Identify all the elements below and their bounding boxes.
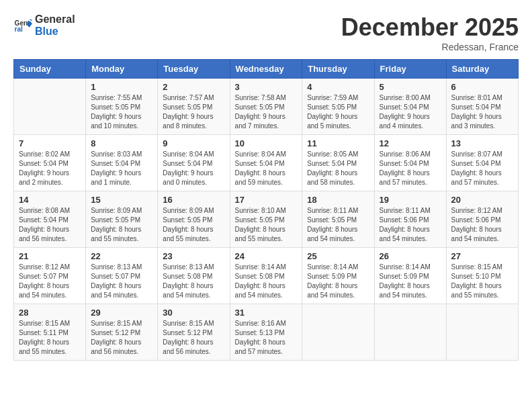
calendar-cell: 7Sunrise: 8:02 AM Sunset: 5:04 PM Daylig… <box>14 135 86 191</box>
calendar-cell: 11Sunrise: 8:05 AM Sunset: 5:04 PM Dayli… <box>302 135 374 191</box>
day-info: Sunrise: 8:03 AM Sunset: 5:04 PM Dayligh… <box>91 150 152 187</box>
calendar-cell: 31Sunrise: 8:16 AM Sunset: 5:13 PM Dayli… <box>230 304 302 361</box>
day-info: Sunrise: 8:15 AM Sunset: 5:12 PM Dayligh… <box>163 319 224 357</box>
day-number: 18 <box>307 195 369 205</box>
calendar-cell: 19Sunrise: 8:11 AM Sunset: 5:06 PM Dayli… <box>374 191 446 248</box>
day-info: Sunrise: 8:15 AM Sunset: 5:10 PM Dayligh… <box>451 263 513 300</box>
day-info: Sunrise: 8:04 AM Sunset: 5:04 PM Dayligh… <box>163 150 224 187</box>
calendar-cell: 29Sunrise: 8:15 AM Sunset: 5:12 PM Dayli… <box>86 304 158 361</box>
calendar-cell: 28Sunrise: 8:15 AM Sunset: 5:11 PM Dayli… <box>14 304 86 361</box>
day-number: 8 <box>91 138 152 148</box>
day-info: Sunrise: 8:09 AM Sunset: 5:05 PM Dayligh… <box>163 206 224 244</box>
calendar-cell <box>446 304 518 361</box>
svg-text:ral: ral <box>15 26 24 33</box>
day-number: 21 <box>19 251 81 261</box>
column-header-friday: Friday <box>374 60 446 79</box>
day-number: 23 <box>163 251 224 261</box>
day-info: Sunrise: 8:01 AM Sunset: 5:04 PM Dayligh… <box>451 93 513 131</box>
day-number: 28 <box>19 308 81 318</box>
day-info: Sunrise: 8:07 AM Sunset: 5:04 PM Dayligh… <box>451 150 513 187</box>
day-info: Sunrise: 8:13 AM Sunset: 5:08 PM Dayligh… <box>163 263 224 300</box>
day-number: 27 <box>451 251 513 261</box>
day-number: 13 <box>451 138 513 148</box>
day-info: Sunrise: 7:57 AM Sunset: 5:05 PM Dayligh… <box>163 93 224 131</box>
day-info: Sunrise: 7:58 AM Sunset: 5:05 PM Dayligh… <box>235 93 298 131</box>
calendar-cell: 27Sunrise: 8:15 AM Sunset: 5:10 PM Dayli… <box>446 248 518 304</box>
calendar-cell: 17Sunrise: 8:10 AM Sunset: 5:05 PM Dayli… <box>230 191 302 248</box>
day-info: Sunrise: 8:15 AM Sunset: 5:12 PM Dayligh… <box>91 319 152 357</box>
title-area: December 2025 Redessan, France <box>341 13 519 52</box>
calendar-week-row: 1Sunrise: 7:55 AM Sunset: 5:05 PM Daylig… <box>14 79 519 135</box>
day-number: 7 <box>19 138 81 148</box>
day-number: 6 <box>451 82 513 92</box>
day-number: 10 <box>235 138 298 148</box>
logo-line2: Blue <box>35 26 75 38</box>
logo-line1: General <box>35 13 75 26</box>
calendar-cell: 16Sunrise: 8:09 AM Sunset: 5:05 PM Dayli… <box>158 191 230 248</box>
day-number: 30 <box>163 308 224 318</box>
calendar-table: SundayMondayTuesdayWednesdayThursdayFrid… <box>13 59 519 361</box>
calendar-cell <box>374 304 446 361</box>
calendar-week-row: 28Sunrise: 8:15 AM Sunset: 5:11 PM Dayli… <box>14 304 519 361</box>
calendar-cell: 5Sunrise: 8:00 AM Sunset: 5:04 PM Daylig… <box>374 79 446 135</box>
calendar-cell: 23Sunrise: 8:13 AM Sunset: 5:08 PM Dayli… <box>158 248 230 304</box>
day-number: 5 <box>380 82 441 92</box>
day-info: Sunrise: 8:14 AM Sunset: 5:09 PM Dayligh… <box>380 263 441 300</box>
day-info: Sunrise: 8:06 AM Sunset: 5:04 PM Dayligh… <box>380 150 441 187</box>
day-number: 1 <box>91 82 152 92</box>
day-number: 17 <box>235 195 298 205</box>
day-info: Sunrise: 8:11 AM Sunset: 5:05 PM Dayligh… <box>307 206 369 244</box>
day-info: Sunrise: 7:59 AM Sunset: 5:05 PM Dayligh… <box>307 93 369 131</box>
calendar-cell: 2Sunrise: 7:57 AM Sunset: 5:05 PM Daylig… <box>158 79 230 135</box>
day-number: 31 <box>235 308 298 318</box>
day-number: 2 <box>163 82 224 92</box>
calendar-body: 1Sunrise: 7:55 AM Sunset: 5:05 PM Daylig… <box>14 79 519 361</box>
day-number: 19 <box>380 195 441 205</box>
location-subtitle: Redessan, France <box>341 42 519 52</box>
column-header-saturday: Saturday <box>446 60 518 79</box>
calendar-cell: 3Sunrise: 7:58 AM Sunset: 5:05 PM Daylig… <box>230 79 302 135</box>
day-info: Sunrise: 8:12 AM Sunset: 5:06 PM Dayligh… <box>451 206 513 244</box>
calendar-cell <box>302 304 374 361</box>
day-info: Sunrise: 8:14 AM Sunset: 5:09 PM Dayligh… <box>307 263 369 300</box>
day-number: 24 <box>235 251 298 261</box>
day-info: Sunrise: 8:04 AM Sunset: 5:04 PM Dayligh… <box>235 150 298 187</box>
calendar-cell: 10Sunrise: 8:04 AM Sunset: 5:04 PM Dayli… <box>230 135 302 191</box>
calendar-cell: 21Sunrise: 8:12 AM Sunset: 5:07 PM Dayli… <box>14 248 86 304</box>
day-info: Sunrise: 8:16 AM Sunset: 5:13 PM Dayligh… <box>235 319 298 357</box>
day-number: 4 <box>307 82 369 92</box>
calendar-cell: 20Sunrise: 8:12 AM Sunset: 5:06 PM Dayli… <box>446 191 518 248</box>
calendar-cell: 18Sunrise: 8:11 AM Sunset: 5:05 PM Dayli… <box>302 191 374 248</box>
day-number: 20 <box>451 195 513 205</box>
calendar-cell: 6Sunrise: 8:01 AM Sunset: 5:04 PM Daylig… <box>446 79 518 135</box>
day-info: Sunrise: 8:14 AM Sunset: 5:08 PM Dayligh… <box>235 263 298 300</box>
logo-icon: Gene ral <box>13 16 32 35</box>
day-info: Sunrise: 8:08 AM Sunset: 5:04 PM Dayligh… <box>19 206 81 244</box>
column-header-tuesday: Tuesday <box>158 60 230 79</box>
calendar-week-row: 21Sunrise: 8:12 AM Sunset: 5:07 PM Dayli… <box>14 248 519 304</box>
day-number: 26 <box>380 251 441 261</box>
column-header-sunday: Sunday <box>14 60 86 79</box>
calendar-cell: 25Sunrise: 8:14 AM Sunset: 5:09 PM Dayli… <box>302 248 374 304</box>
day-number: 9 <box>163 138 224 148</box>
day-info: Sunrise: 8:10 AM Sunset: 5:05 PM Dayligh… <box>235 206 298 244</box>
calendar-cell: 8Sunrise: 8:03 AM Sunset: 5:04 PM Daylig… <box>86 135 158 191</box>
day-info: Sunrise: 8:05 AM Sunset: 5:04 PM Dayligh… <box>307 150 369 187</box>
day-info: Sunrise: 8:11 AM Sunset: 5:06 PM Dayligh… <box>380 206 441 244</box>
day-number: 3 <box>235 82 298 92</box>
day-info: Sunrise: 8:00 AM Sunset: 5:04 PM Dayligh… <box>380 93 441 131</box>
header: Gene ral General Blue December 2025 Rede… <box>13 13 519 52</box>
day-info: Sunrise: 7:55 AM Sunset: 5:05 PM Dayligh… <box>91 93 152 131</box>
month-title: December 2025 <box>341 13 519 42</box>
day-number: 14 <box>19 195 81 205</box>
day-info: Sunrise: 8:15 AM Sunset: 5:11 PM Dayligh… <box>19 319 81 357</box>
logo: Gene ral General Blue <box>13 13 75 38</box>
column-header-monday: Monday <box>86 60 158 79</box>
calendar-week-row: 14Sunrise: 8:08 AM Sunset: 5:04 PM Dayli… <box>14 191 519 248</box>
day-info: Sunrise: 8:12 AM Sunset: 5:07 PM Dayligh… <box>19 263 81 300</box>
day-number: 25 <box>307 251 369 261</box>
calendar-cell: 26Sunrise: 8:14 AM Sunset: 5:09 PM Dayli… <box>374 248 446 304</box>
day-info: Sunrise: 8:02 AM Sunset: 5:04 PM Dayligh… <box>19 150 81 187</box>
day-info: Sunrise: 8:13 AM Sunset: 5:07 PM Dayligh… <box>91 263 152 300</box>
calendar-cell: 12Sunrise: 8:06 AM Sunset: 5:04 PM Dayli… <box>374 135 446 191</box>
